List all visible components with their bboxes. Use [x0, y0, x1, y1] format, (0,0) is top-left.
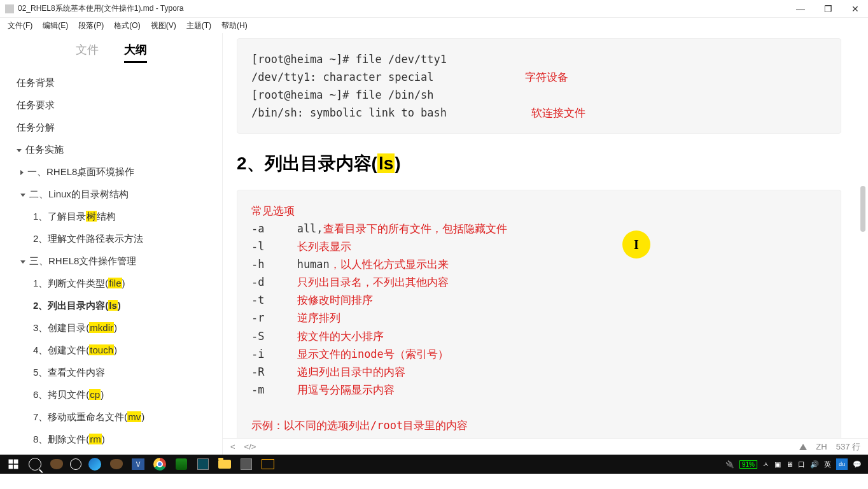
tray-icon[interactable]: ▣: [774, 460, 781, 469]
outline-item[interactable]: 2、理解文件路径表示方法: [5, 228, 217, 250]
app-icon: [5, 4, 14, 13]
power-icon[interactable]: 🔌: [725, 460, 734, 469]
outline-item[interactable]: 8、删除文件(rm): [5, 429, 217, 451]
vmware-icon[interactable]: [260, 456, 276, 472]
paint-icon[interactable]: [48, 456, 65, 472]
search-icon[interactable]: [27, 456, 43, 472]
notepad-icon[interactable]: [173, 456, 190, 472]
menu-view[interactable]: 视图(V): [146, 19, 181, 32]
tab-files[interactable]: 文件: [76, 42, 99, 63]
line-count: 537 行: [836, 441, 860, 453]
close-button[interactable]: ✕: [848, 4, 863, 14]
volume-icon[interactable]: 🔊: [810, 460, 819, 469]
menu-format[interactable]: 格式(O): [109, 19, 145, 32]
window-buttons: — ❐ ✕: [792, 4, 863, 14]
outline-item[interactable]: 5、查看文件内容: [5, 362, 217, 384]
outline-item[interactable]: 1、了解目录树结构: [5, 206, 217, 228]
sidebar: 文件 大纲 任务背景任务要求任务分解任务实施一、RHEL8桌面环境操作二、Lin…: [0, 33, 223, 455]
network-icon[interactable]: 口: [798, 460, 805, 469]
menu-paragraph[interactable]: 段落(P): [73, 19, 109, 32]
code-line: [root@heima ~]# file /bin/sh: [251, 86, 827, 104]
main-area: 文件 大纲 任务背景任务要求任务分解任务实施一、RHEL8桌面环境操作二、Lin…: [0, 33, 868, 455]
tab-outline[interactable]: 大纲: [124, 42, 147, 63]
outline-item[interactable]: 三、RHEL8文件操作管理: [5, 250, 217, 273]
battery-indicator[interactable]: 91%: [739, 460, 757, 469]
app-icon-2[interactable]: [195, 456, 211, 472]
edge-icon[interactable]: [87, 456, 103, 472]
mspaint-icon[interactable]: [108, 456, 125, 472]
text-cursor-highlight: I: [622, 230, 650, 259]
outline-item[interactable]: 2、列出目录内容(ls): [5, 295, 217, 317]
outline-item[interactable]: 7、移动或重命名文件(mv): [5, 406, 217, 429]
section-heading-ls: 2、列出目录内容(ls): [237, 152, 841, 176]
minimize-button[interactable]: —: [792, 4, 809, 14]
menu-theme[interactable]: 主题(T): [181, 19, 216, 32]
svg-rect-3: [14, 465, 18, 469]
tray-expand[interactable]: ㅅ: [762, 460, 769, 469]
menu-help[interactable]: 帮助(H): [216, 19, 253, 32]
code-block-ls: 常见选项-a all,查看目录下的所有文件，包括隐藏文件-l 长列表显示-h h…: [237, 190, 841, 455]
ime-lang[interactable]: 英: [824, 460, 831, 469]
typora-icon[interactable]: [238, 456, 255, 472]
outline-item[interactable]: 任务实施: [5, 139, 217, 161]
tray-icon[interactable]: 🖥: [786, 460, 793, 468]
system-tray[interactable]: 🔌 91% ㅅ ▣ 🖥 口 🔊 英 du 💬: [725, 458, 865, 470]
outline-tree[interactable]: 任务背景任务要求任务分解任务实施一、RHEL8桌面环境操作二、Linux的目录树…: [0, 68, 222, 455]
outline-item[interactable]: 任务分解: [5, 117, 217, 139]
visio-icon[interactable]: V: [130, 456, 146, 472]
outline-item[interactable]: 一、RHEL8桌面环境操作: [5, 161, 217, 183]
outline-item[interactable]: 3、创建目录(mkdir): [5, 317, 217, 339]
menu-edit[interactable]: 编辑(E): [38, 19, 73, 32]
start-button[interactable]: [5, 456, 22, 472]
windows-taskbar[interactable]: V 🔌 91% ㅅ ▣ 🖥 口 🔊 英 du 💬: [0, 455, 868, 474]
spellcheck-lang[interactable]: ZH: [816, 442, 827, 451]
scrollbar-thumb[interactable]: [860, 186, 865, 232]
source-code-toggle[interactable]: </>: [244, 442, 256, 451]
window-title: 02_RHEL8系统基本使用(文件操作1).md - Typora: [18, 3, 792, 14]
outline-item[interactable]: 1、判断文件类型(file): [5, 273, 217, 295]
chrome-icon[interactable]: [151, 456, 168, 472]
code-line: /dev/tty1: character special 字符设备: [251, 68, 827, 86]
code-line: /bin/sh: symbolic link to bash 软连接文件: [251, 104, 827, 122]
menubar[interactable]: 文件(F) 编辑(E) 段落(P) 格式(O) 视图(V) 主题(T) 帮助(H…: [0, 18, 868, 33]
explorer-icon[interactable]: [216, 456, 233, 472]
sidebar-tabs: 文件 大纲: [0, 33, 222, 68]
status-bar: < </> ZH 537 行: [223, 438, 868, 455]
outline-item[interactable]: 任务背景: [5, 72, 217, 94]
outline-item[interactable]: 二、Linux的目录树结构: [5, 183, 217, 206]
ime-icon[interactable]: du: [836, 458, 848, 470]
code-block-file: [root@heima ~]# file /dev/tty1 /dev/tty1…: [237, 38, 841, 134]
code-line: [root@heima ~]# file /dev/tty1: [251, 50, 827, 68]
cortana-icon[interactable]: [70, 458, 81, 470]
outline-item[interactable]: 4、创建文件(touch): [5, 339, 217, 362]
warning-icon[interactable]: [799, 444, 807, 450]
menu-file[interactable]: 文件(F): [3, 19, 38, 32]
outline-item[interactable]: 6、拷贝文件(cp): [5, 384, 217, 406]
editor-content[interactable]: [root@heima ~]# file /dev/tty1 /dev/tty1…: [223, 33, 868, 455]
titlebar: 02_RHEL8系统基本使用(文件操作1).md - Typora — ❐ ✕: [0, 0, 868, 18]
nav-back[interactable]: <: [230, 442, 235, 451]
outline-item[interactable]: 任务要求: [5, 94, 217, 117]
svg-rect-0: [9, 460, 13, 464]
svg-rect-1: [14, 460, 18, 464]
svg-rect-2: [9, 465, 13, 469]
maximize-button[interactable]: ❐: [820, 4, 836, 14]
action-center-icon[interactable]: 💬: [853, 460, 862, 469]
